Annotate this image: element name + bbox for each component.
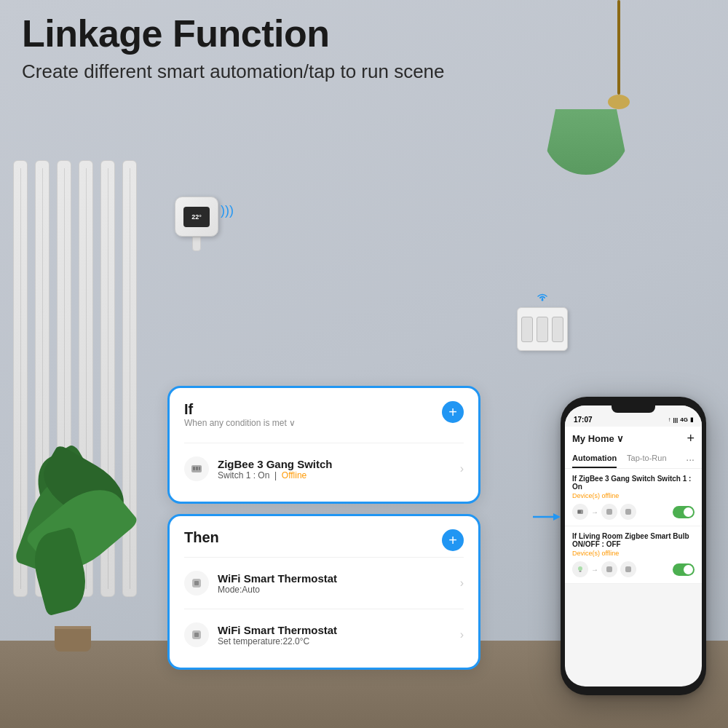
phone-toggle-1[interactable]	[673, 506, 695, 518]
thermostat-stem	[192, 237, 201, 251]
phone-tab-tap-to-run[interactable]: Tap-to-Run	[627, 451, 666, 468]
phone-toggle-2[interactable]	[673, 563, 695, 576]
phone-status-icons: ↑ ||| 4G ▮	[668, 416, 693, 423]
then-device-row-1[interactable]: WiFi Smart Thermostat Mode:Auto ›	[184, 563, 464, 603]
phone-chip-bulb-icon	[572, 561, 588, 577]
then-device-status-1: Mode:Auto	[218, 585, 460, 595]
then-card-header: Then +	[184, 529, 464, 551]
pendant-lamp	[575, 0, 662, 175]
if-card-divider	[184, 443, 464, 443]
svg-rect-2	[193, 467, 195, 470]
if-add-button[interactable]: +	[442, 401, 464, 423]
phone-chip-device-4	[620, 561, 636, 577]
phone-automation-title-1: If ZigBee 3 Gang Switch Switch 1 : On	[572, 475, 695, 491]
svg-rect-17	[579, 571, 582, 572]
svg-rect-18	[606, 566, 612, 572]
then-device-chevron-2: ›	[460, 628, 464, 641]
plant-leaves	[15, 437, 131, 626]
svg-marker-10	[553, 513, 561, 521]
svg-rect-6	[194, 581, 199, 585]
thermostat-body: 22° )))	[175, 197, 218, 237]
lamp-base	[608, 95, 630, 109]
connector-arrow	[533, 510, 562, 528]
phone-automation-icons-1: →	[572, 504, 695, 520]
phone-home-label[interactable]: My Home ∨	[572, 433, 624, 444]
svg-rect-12	[578, 510, 579, 513]
phone-chip-device-3	[601, 561, 617, 577]
svg-point-0	[542, 299, 544, 301]
phone-automation-title-2: If Living Room Zigbee Smart Bulb ON/OFF …	[572, 532, 695, 548]
thermostat-display: 22°	[191, 213, 202, 221]
if-label: If	[184, 401, 296, 418]
then-device-name-1: WiFi Smart Thermostat	[218, 572, 460, 585]
switch-btn-3	[552, 317, 563, 342]
if-device-info: ZigBee 3 Gang Switch Switch 1 : On | Off…	[218, 458, 460, 480]
switch-wifi-icon	[517, 291, 568, 304]
if-device-status: Switch 1 : On | Offline	[218, 470, 460, 480]
svg-point-16	[578, 566, 582, 571]
phone-tab-automation[interactable]: Automation	[572, 451, 617, 468]
phone-screen: 17:07 ↑ ||| 4G ▮ My Home ∨ + Automation …	[565, 405, 702, 687]
then-label: Then	[184, 529, 219, 546]
cards-area: If When any condition is met ∨ + ZigBee …	[167, 386, 480, 680]
plant	[15, 437, 131, 655]
then-device-info-2: WiFi Smart Thermostat Set temperature:22…	[218, 624, 460, 646]
svg-rect-3	[196, 467, 198, 470]
svg-rect-14	[606, 509, 612, 515]
switch-btn-1	[521, 317, 533, 342]
if-sublabel: When any condition is met ∨	[184, 418, 296, 428]
header-area: Linkage Function Create different smart …	[22, 13, 445, 83]
phone-automation-item-2[interactable]: If Living Room Zigbee Smart Bulb ON/OFF …	[565, 526, 702, 584]
wall-switch	[517, 291, 568, 351]
battery-icon: ▮	[690, 416, 693, 423]
then-divider-2	[184, 609, 464, 609]
signal-bars: |||	[673, 416, 678, 423]
svg-rect-4	[199, 467, 200, 470]
phone-arrow-1: →	[591, 508, 598, 516]
phone-chip-device-1	[601, 504, 617, 520]
svg-rect-8	[194, 633, 199, 637]
then-device-info-1: WiFi Smart Thermostat Mode:Auto	[218, 572, 460, 595]
phone-automation-icons-2: →	[572, 561, 695, 577]
switch-plate	[517, 307, 568, 351]
then-device-chevron-1: ›	[460, 577, 464, 590]
then-device-icon-1	[184, 571, 209, 596]
phone-more-dots[interactable]: ···	[686, 451, 695, 468]
svg-rect-19	[625, 566, 631, 572]
main-title: Linkage Function	[22, 13, 445, 55]
phone-mockup: 17:07 ↑ ||| 4G ▮ My Home ∨ + Automation …	[561, 397, 706, 695]
then-add-button[interactable]: +	[442, 529, 464, 551]
then-divider-1	[184, 557, 464, 558]
then-device-row-2[interactable]: WiFi Smart Thermostat Set temperature:22…	[184, 615, 464, 654]
then-device-icon-2	[184, 622, 209, 647]
thermostat-screen: 22°	[183, 207, 210, 227]
if-card: If When any condition is met ∨ + ZigBee …	[167, 386, 480, 504]
phone-automation-item-1[interactable]: If ZigBee 3 Gang Switch Switch 1 : On De…	[565, 469, 702, 526]
then-device-status-2: Set temperature:22.0°C	[218, 636, 460, 646]
location-icon: ↑	[668, 416, 671, 423]
if-device-row[interactable]: ZigBee 3 Gang Switch Switch 1 : On | Off…	[184, 449, 464, 488]
phone-arrow-2: →	[591, 566, 598, 574]
phone-chip-switch-icon	[572, 504, 588, 520]
plant-pot	[55, 626, 91, 652]
phone-chip-device-2	[620, 504, 636, 520]
phone-plus-button[interactable]: +	[687, 431, 695, 446]
then-card: Then + WiFi Smart Thermostat Mode:Auto ›	[167, 514, 480, 670]
phone-time: 17:07	[574, 416, 593, 424]
sub-title: Create different smart automation/tap to…	[22, 60, 445, 83]
then-device-name-2: WiFi Smart Thermostat	[218, 624, 460, 636]
lamp-cord	[617, 0, 620, 95]
phone-tabs: Automation Tap-to-Run ···	[565, 451, 702, 469]
if-device-offline: Offline	[282, 470, 306, 480]
thermostat-wifi-icon: )))	[221, 203, 234, 218]
network-type: 4G	[680, 416, 688, 423]
switch-btn-2	[537, 317, 548, 342]
if-device-name: ZigBee 3 Gang Switch	[218, 458, 460, 470]
if-card-header: If When any condition is met ∨ +	[184, 401, 464, 437]
phone-automation-subtitle-1: Device(s) offline	[572, 492, 695, 499]
svg-rect-15	[625, 509, 631, 515]
phone-automation-subtitle-2: Device(s) offline	[572, 550, 695, 557]
svg-rect-13	[579, 510, 581, 513]
thermostat-device: 22° )))	[175, 197, 218, 251]
phone-notch	[612, 405, 655, 413]
